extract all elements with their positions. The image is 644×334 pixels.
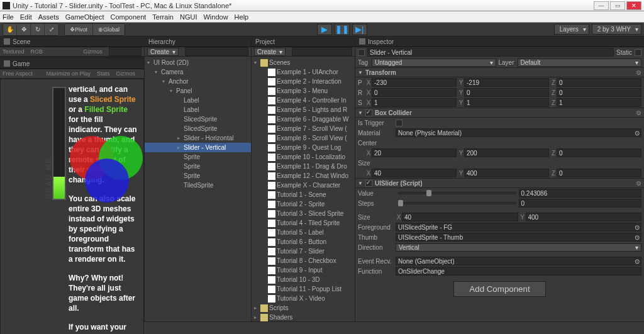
hierarchy-item[interactable]: ▾Anchor <box>145 77 251 86</box>
global-button[interactable]: ⊕Global <box>93 24 125 35</box>
hierarchy-tree[interactable]: ▾UI Root (2D)▾Camera▾Anchor▾PanelLabelLa… <box>145 57 251 321</box>
hierarchy-item[interactable]: Sprite <box>145 162 251 171</box>
scale-y-field[interactable] <box>464 98 549 107</box>
scale-tool[interactable]: ⤢ <box>45 24 58 35</box>
hierarchy-item[interactable]: TiledSprite <box>145 181 251 190</box>
size-x-field[interactable] <box>372 169 457 177</box>
hierarchy-item[interactable]: SlicedSprite <box>145 124 251 133</box>
transform-gear-icon[interactable]: ⚙ <box>636 69 641 76</box>
project-item[interactable]: Tutorial 5 - Label <box>252 228 355 237</box>
gizmos-dropdown[interactable]: Gizmos <box>83 48 103 55</box>
hierarchy-item[interactable]: ▸Slider - Vertical <box>145 143 251 152</box>
close-button[interactable]: ✕ <box>626 1 641 10</box>
center-y-field[interactable] <box>464 148 549 157</box>
hierarchy-tab[interactable]: Hierarchy <box>145 36 251 47</box>
project-item[interactable]: Example 6 - Draggable W <box>252 114 355 124</box>
project-item[interactable]: Tutorial 3 - Sliced Sprite <box>252 209 355 218</box>
vertical-slider-thumb[interactable] <box>14 57 27 58</box>
rot-y-field[interactable] <box>464 88 549 97</box>
slider-size-x-field[interactable] <box>402 213 518 221</box>
size-y-field[interactable] <box>464 169 549 177</box>
scene-tab[interactable]: Scene <box>0 36 144 47</box>
hierarchy-item[interactable]: ▾Camera <box>145 67 251 77</box>
project-item[interactable]: Example 7 - Scroll View ( <box>252 124 355 133</box>
rot-x-field[interactable] <box>372 88 457 97</box>
scene-search-input[interactable] <box>109 47 142 56</box>
project-item[interactable]: Example 12 - Chat Windo <box>252 171 355 181</box>
menu-assets[interactable]: Assets <box>38 13 59 21</box>
project-create-dropdown[interactable]: Create <box>254 48 286 56</box>
boxcollider-header[interactable]: ▼Box Collider⚙ <box>355 108 644 118</box>
project-item[interactable]: Example 5 - Lights and R <box>252 105 355 114</box>
project-item[interactable]: Tutorial 8 - Checkbox <box>252 256 355 265</box>
hand-tool[interactable]: ✋ <box>3 24 17 35</box>
foreground-field[interactable]: UISlicedSprite - FG <box>396 223 641 231</box>
move-tool[interactable]: ✥ <box>17 24 31 35</box>
istrigger-checkbox[interactable] <box>396 120 402 126</box>
physic-material-field[interactable]: None (Physic Material) <box>396 128 641 137</box>
project-item[interactable]: ▸Scripts <box>252 303 355 313</box>
value-slider[interactable] <box>398 192 516 194</box>
project-item[interactable]: ▾Scenes <box>252 58 355 67</box>
event-receiver-field[interactable]: None (GameObject) <box>396 257 641 265</box>
hierarchy-create-dropdown[interactable]: Create <box>147 48 179 56</box>
project-item[interactable]: Example 3 - Menu <box>252 86 355 96</box>
boxcollider-enable-checkbox[interactable] <box>365 109 372 116</box>
project-item[interactable]: Example 4 - Controller In <box>252 96 355 105</box>
uislider-header[interactable]: ▼UISlider (Script)⚙ <box>355 178 644 188</box>
menu-file[interactable]: File <box>3 13 14 21</box>
stats-toggle[interactable]: Stats <box>97 70 110 77</box>
render-mode-dropdown[interactable]: RGB <box>31 48 43 55</box>
menu-edit[interactable]: Edit <box>20 13 32 21</box>
project-item[interactable]: Tutorial 4 - Tiled Sprite <box>252 218 355 228</box>
scale-z-field[interactable] <box>557 98 641 107</box>
game-tab[interactable]: Game <box>0 58 144 69</box>
add-component-button[interactable]: Add Component <box>453 281 545 297</box>
shading-mode-dropdown[interactable]: Textured <box>3 48 25 55</box>
size-z-field[interactable] <box>557 169 641 177</box>
menu-gameobject[interactable]: GameObject <box>65 13 104 21</box>
hierarchy-item[interactable]: Label <box>145 96 251 105</box>
project-item[interactable]: Tutorial 6 - Button <box>252 237 355 247</box>
steps-slider[interactable] <box>398 202 516 204</box>
project-item[interactable]: Tutorial 10 - 3D <box>252 275 355 284</box>
menu-component[interactable]: Component <box>110 13 146 21</box>
maximize-button[interactable]: ▭ <box>610 1 625 10</box>
slider-size-y-field[interactable] <box>526 213 642 221</box>
project-item[interactable]: ▸Shaders <box>252 313 355 321</box>
uislider-gear-icon[interactable]: ⚙ <box>636 180 641 187</box>
layer-dropdown[interactable]: Default <box>518 58 642 67</box>
menu-terrain[interactable]: Terrain <box>152 13 174 21</box>
project-item[interactable]: Example 8 - Scroll View ( <box>252 133 355 143</box>
thumb-field[interactable]: UISlicedSprite - Thumb <box>396 233 641 242</box>
pos-x-field[interactable] <box>372 78 457 87</box>
project-item[interactable]: Tutorial 1 - Scene <box>252 190 355 199</box>
project-tab[interactable]: Project <box>252 36 355 47</box>
tag-dropdown[interactable]: Untagged <box>372 58 496 67</box>
layers-dropdown[interactable]: Layers <box>554 24 589 35</box>
hierarchy-search-input[interactable] <box>185 47 248 56</box>
pivot-button[interactable]: ❖Pivot <box>65 24 93 35</box>
gameobject-active-checkbox[interactable] <box>358 49 365 56</box>
hierarchy-item[interactable]: ▾Panel <box>145 86 251 96</box>
hierarchy-item[interactable]: ▾UI Root (2D) <box>145 58 251 67</box>
layout-dropdown[interactable]: 2 by 3 WHY <box>592 24 641 35</box>
project-item[interactable]: Tutorial 2 - Sprite <box>252 199 355 209</box>
game-gizmos-dropdown[interactable]: Gizmos <box>116 70 135 77</box>
pause-button[interactable]: ❚❚ <box>335 24 350 35</box>
menu-help[interactable]: Help <box>235 13 249 21</box>
boxcollider-gear-icon[interactable]: ⚙ <box>636 109 641 116</box>
scale-x-field[interactable] <box>372 98 457 107</box>
minimize-button[interactable]: — <box>594 1 609 10</box>
project-item[interactable]: Tutorial 7 - Slider <box>252 247 355 256</box>
pos-z-field[interactable] <box>557 78 641 87</box>
transform-header[interactable]: ▼Transform⚙ <box>355 67 644 77</box>
steps-field[interactable] <box>519 199 642 208</box>
gameobject-name-field[interactable] <box>367 48 614 57</box>
project-item[interactable]: Example X - Character <box>252 181 355 190</box>
project-item[interactable]: Tutorial X - Video <box>252 294 355 303</box>
project-item[interactable]: Example 2 - Interaction <box>252 77 355 86</box>
aspect-dropdown[interactable]: Free Aspect <box>3 70 33 77</box>
scene-view[interactable]: If you want your slider to moves in incr… <box>0 57 144 58</box>
project-item[interactable]: Example 1 - UIAnchor <box>252 67 355 77</box>
